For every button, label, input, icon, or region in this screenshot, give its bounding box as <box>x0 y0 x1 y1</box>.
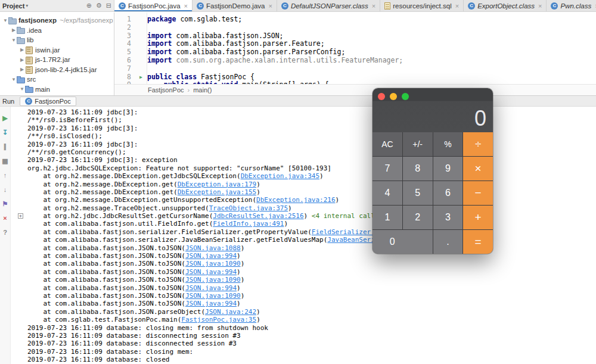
tab-close-icon[interactable]: × <box>372 2 375 10</box>
chevron-icon[interactable]: ▶ <box>19 67 25 72</box>
tab-close-icon[interactable]: × <box>538 2 542 10</box>
code-text: import com.alibaba.fastjson.parser.Parse… <box>147 48 345 57</box>
calc-key-[interactable]: % <box>433 132 463 156</box>
project-view-selector[interactable]: Project <box>2 2 24 10</box>
tree-item[interactable]: ▶json-lib-2.4-jdk15.jar <box>0 65 114 75</box>
console-link[interactable]: DbException.java:345 <box>241 172 319 180</box>
calc-key-7[interactable]: 7 <box>372 157 402 181</box>
folder-src-icon <box>25 86 33 92</box>
chevron-icon[interactable]: ▼ <box>2 18 8 23</box>
minimize-window-icon[interactable] <box>390 93 397 100</box>
calc-key-1[interactable]: 1 <box>372 206 402 229</box>
code-editor[interactable]: 1package com.sglab.test;23import com.ali… <box>114 13 596 84</box>
chevron-icon[interactable]: ▶ <box>11 27 17 33</box>
close-button[interactable]: × <box>1 211 10 225</box>
rerun-button[interactable]: ▶ <box>1 111 10 125</box>
editor-tab[interactable]: resources/inject.sql× <box>380 0 464 11</box>
pin-tab-button[interactable]: ⚑ <box>1 197 10 211</box>
calculator-titlebar[interactable]: 0 <box>372 88 493 132</box>
chevron-icon[interactable]: ▶ <box>19 47 25 52</box>
run-config-tab[interactable]: C FastjsonPoc <box>20 97 76 106</box>
calc-key-[interactable]: +/- <box>403 132 433 156</box>
chevron-down-icon[interactable]: ▾ <box>26 3 28 8</box>
tree-item[interactable]: ▼src <box>0 74 114 85</box>
breadcrumb-item[interactable]: main() <box>193 86 212 94</box>
locate-icon[interactable]: ⊕ <box>86 2 92 9</box>
console-link[interactable]: JSON.java:994 <box>185 300 237 307</box>
tree-item[interactable]: ▼main <box>0 85 114 95</box>
calc-key-5[interactable]: 5 <box>403 181 433 205</box>
console-link[interactable]: FieldInfo.java:491 <box>213 220 284 228</box>
console-link[interactable]: JSON.java:1088 <box>185 244 241 252</box>
console-line: at com.alibaba.fastjson.JSON.toJSON(JSON… <box>17 276 596 284</box>
zoom-window-icon[interactable] <box>402 93 409 100</box>
chevron-icon[interactable]: ▼ <box>11 77 17 82</box>
console-text: ) <box>241 276 245 284</box>
console-link[interactable]: DbException.java:216 <box>256 196 335 204</box>
console-link[interactable]: JSON.java:1090 <box>185 276 241 284</box>
console-link[interactable]: FastjsonPoc.java:35 <box>181 316 256 323</box>
run-line-icon[interactable]: ▶ <box>135 73 147 82</box>
console-text: 2019-07-23 16:11:09 jdbc[3]: <box>27 125 138 132</box>
editor-line: 6import com.sun.org.apache.xalan.interna… <box>114 57 596 65</box>
hide-panel-icon[interactable]: ⊟ <box>106 2 111 9</box>
calc-key-[interactable]: ÷ <box>463 132 493 156</box>
console-text: at com.alibaba.fastjson.serializer.JavaB… <box>27 236 327 244</box>
calc-key-6[interactable]: 6 <box>433 181 463 205</box>
scroll-to-end-button[interactable]: ↧ <box>1 125 10 139</box>
console-link[interactable]: TraceObject.java:375 <box>209 204 288 212</box>
console-link[interactable]: DbException.java:155 <box>178 188 256 196</box>
console-link[interactable]: JSON.java:1090 <box>185 260 241 267</box>
close-window-icon[interactable] <box>378 93 385 100</box>
console-link[interactable]: JSON.java:994 <box>185 268 237 276</box>
tree-item[interactable]: ▼lib <box>0 35 114 45</box>
tree-item[interactable]: ▶js-1.7R2.jar <box>0 55 114 65</box>
editor-tab-label: resources/inject.sql <box>393 2 451 10</box>
calc-key-[interactable]: . <box>433 230 463 254</box>
calculator-window[interactable]: 0 AC+/-%÷789×456−123+0.= <box>372 88 493 254</box>
chevron-icon[interactable]: ▼ <box>11 38 17 43</box>
console-link[interactable]: JdbcResultSet.java:2516 <box>213 212 303 220</box>
editor-tab[interactable]: CPwn.class× <box>547 0 596 11</box>
calc-key-AC[interactable]: AC <box>372 132 402 156</box>
editor-tab[interactable]: CFastjsonDemo.java× <box>193 0 277 11</box>
console-output[interactable]: 2019-07-23 16:11:09 jdbc[3]:/**/rs0.isBe… <box>11 107 596 364</box>
console-link[interactable]: JSON.java:242 <box>205 308 256 316</box>
editor-tab[interactable]: CExportObject.class× <box>464 0 547 11</box>
console-link[interactable]: JSON.java:994 <box>185 252 237 260</box>
run-toolwindow-label[interactable]: Run <box>0 98 20 105</box>
tree-item[interactable]: ▶iswin.jar <box>0 45 114 55</box>
calc-key-4[interactable]: 4 <box>372 181 402 205</box>
chevron-icon[interactable]: ▼ <box>19 86 25 92</box>
up-stack-trace-button[interactable]: ↑ <box>1 168 10 182</box>
help-button[interactable]: ? <box>1 225 10 239</box>
restore-layout-button[interactable]: ▦ <box>1 154 10 168</box>
calc-key-[interactable]: + <box>463 206 493 229</box>
calc-key-2[interactable]: 2 <box>403 206 433 229</box>
console-text: 2019-07-23 16:11:09 database: disconnect… <box>27 332 241 340</box>
console-link[interactable]: JSON.java:994 <box>185 284 237 292</box>
calc-key-0[interactable]: 0 <box>372 230 433 254</box>
editor-tab[interactable]: CDefaultJSONParser.class× <box>277 0 380 11</box>
calc-key-[interactable]: − <box>463 181 493 205</box>
tree-item[interactable]: ▶.idea <box>0 26 114 36</box>
run-console-toolbar: ▶↧∥▦↑↓⚑×? <box>0 107 11 364</box>
calc-key-3[interactable]: 3 <box>433 206 463 229</box>
editor-tab[interactable]: CFastjsonPoc.java× <box>114 0 193 11</box>
console-link[interactable]: JSON.java:1090 <box>185 292 241 300</box>
calc-key-[interactable]: × <box>463 157 493 181</box>
pause-output-button[interactable]: ∥ <box>1 139 10 154</box>
tab-close-icon[interactable]: × <box>455 2 459 10</box>
down-stack-trace-button[interactable]: ↓ <box>1 182 10 197</box>
tree-item[interactable]: ▼fastjsonexp~/exp/fastjsonexp <box>0 15 114 26</box>
console-link[interactable]: DbException.java:179 <box>178 181 256 188</box>
calc-key-[interactable]: = <box>463 230 493 254</box>
breadcrumb-item[interactable]: FastjsonPoc <box>148 86 184 94</box>
calc-key-8[interactable]: 8 <box>403 157 433 181</box>
fold-expand-icon[interactable]: + <box>18 213 23 219</box>
tab-close-icon[interactable]: × <box>184 2 188 10</box>
tab-close-icon[interactable]: × <box>268 2 272 10</box>
gear-icon[interactable]: ⚙ <box>96 2 102 9</box>
calc-key-9[interactable]: 9 <box>433 157 463 181</box>
chevron-icon[interactable]: ▶ <box>19 57 25 63</box>
